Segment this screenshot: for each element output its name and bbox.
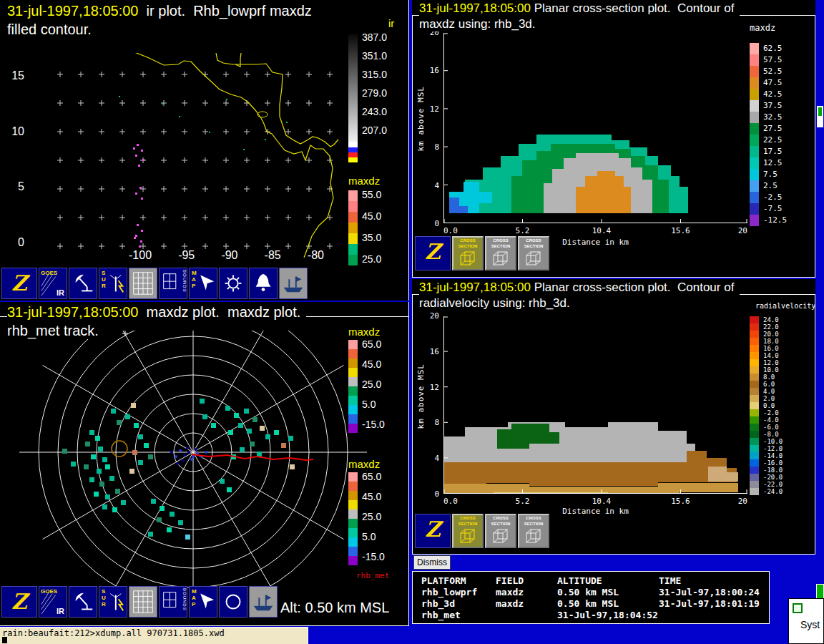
cross-section-button-2[interactable]: CROSSSECTION [485,236,516,270]
reflectivity-echo [178,520,183,525]
gear-icon [220,268,247,298]
colorbar-value: 0.0 [763,403,775,409]
grid-cross [99,157,104,163]
section-label: SECTION [486,522,515,527]
cross-section-button-3[interactable]: CROSSSECTION [518,514,549,548]
alert-bell-button[interactable] [249,268,278,299]
x-tick: 15.6 [671,497,690,506]
colorbar-value: -20.0 [763,474,783,481]
colorbar-value: 45.0 [362,492,381,502]
grid-cross [182,243,187,249]
cross-section-plot[interactable] [443,316,747,494]
map-button[interactable]: MAP [189,586,217,618]
zebra-logo-button[interactable]: Z [1,268,37,299]
radar-dish-button[interactable] [69,586,97,618]
colorbar-value: 22.5 [763,135,783,145]
reflectivity-echo [125,414,130,419]
grid-cross [78,186,84,192]
desktop-widget-icon[interactable] [817,106,823,127]
ir-map-plot[interactable] [29,53,340,258]
boundaries-button[interactable]: BOUNDS [159,268,187,299]
goes-label: GOES [41,588,57,595]
lon-tick: -100 [129,249,152,262]
reflectivity-echo [170,512,175,517]
colorbar-segment [750,316,759,323]
surface-obs-button[interactable]: SUR [99,586,127,618]
ship-track-button[interactable] [249,586,278,618]
colorbar-segment [750,203,759,215]
cross-section-toolbar: ZCROSSSECTIONCROSSSECTIONCROSSSECTION [415,514,549,548]
ir-colorbar-ramp [348,34,358,142]
colorbar-title: maxdz [348,458,380,470]
colorbar-segment [750,488,759,495]
azimuth-spoke [193,331,280,452]
grid-cross [285,157,291,163]
settings-gear-button[interactable] [219,268,247,299]
table-cell: 31-Jul-97,18:00:24 [659,587,769,598]
map-button[interactable]: MAP [189,268,217,299]
goes-ir-button[interactable]: GOESIR [39,268,67,299]
grid-cross [223,243,229,249]
boundaries-button[interactable]: BOUNDS [159,586,187,618]
colorbar-value: 45.0 [362,211,381,221]
grid-cross [285,186,291,192]
radar-dish-button[interactable] [69,268,97,299]
ship-track-button[interactable] [279,268,308,299]
partial-side-window[interactable]: Syst [788,598,824,644]
y-axis-ticks: 20 16 12 8 4 0 [425,311,439,499]
colorbar-segment [750,112,759,123]
grid-cross [244,186,250,192]
grid-overlay-button[interactable] [129,268,157,299]
station-dot [179,116,180,117]
reflectivity-echo [134,423,139,428]
cross-section-button-1[interactable]: CROSSSECTION [452,236,484,270]
grid-cross [306,215,312,220]
colorbar-value: 18.0 [763,338,779,345]
colorbar-segment [750,157,759,169]
terminal-window[interactable]: rain:beaufait:212>xdump.all 970731.1805.… [0,627,308,644]
reflectivity-echo [260,426,265,431]
cross-section-button-3[interactable]: CROSSSECTION [518,236,549,270]
cross-section-button-2[interactable]: CROSSSECTION [485,514,516,548]
reflectivity-echo [105,464,110,469]
grid-cross [306,157,312,163]
reflectivity-echo [185,535,190,540]
dismiss-button[interactable]: Dismiss [413,555,451,570]
colorbar-value: -22.0 [763,482,783,488]
grid-cross [140,215,146,220]
grid-cross [285,215,291,220]
grid-cross [99,215,104,220]
grid-cross [223,186,229,192]
goes-ir-button[interactable]: GOESIR [39,586,67,618]
maxdz-colorbar-1: maxdz 65.045.025.05.0-15.0 [348,326,380,338]
surface-antenna-icon [99,587,127,617]
grid-cross [327,72,333,77]
zebra-logo-button[interactable]: Z [1,586,37,618]
station-dot [243,149,245,150]
station-dot [265,139,266,140]
grid-cross [285,243,291,249]
contour-region [443,422,695,464]
colorbar-value: 62.5 [763,44,783,54]
colorbar-segment [348,528,358,537]
range-ring-button[interactable] [219,586,247,618]
widget-indicator [818,107,822,116]
zebra-logo-button[interactable]: Z [415,236,451,270]
reflectivity-echo [257,452,262,457]
reflectivity-echo [112,507,117,512]
zebra-logo-button[interactable]: Z [415,514,451,548]
panel-title-line2: maxdz using: rhb_3d. [419,17,541,31]
surface-obs-button[interactable]: SUR [99,268,127,299]
colorbar-value: 24.0 [763,317,779,323]
grid-overlay-button[interactable] [129,586,157,618]
section-label: SECTION [453,244,482,249]
cross-section-plot[interactable] [443,33,747,223]
cross-section-button-1[interactable]: CROSSSECTION [452,514,484,548]
reflectivity-echo [227,487,232,492]
colorbar-segment [750,331,759,338]
grid-cross [99,243,104,249]
grid-cross [57,72,63,77]
colorbar-segment [348,377,358,386]
cross-label: CROSS [486,516,515,521]
reflectivity-echo [132,450,137,455]
